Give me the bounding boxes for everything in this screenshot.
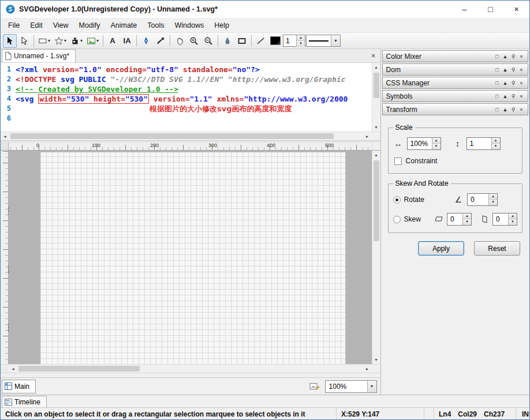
zoom-in-tool-button[interactable]: [187, 34, 201, 48]
line-tool-button[interactable]: [254, 34, 268, 48]
rotate-stepper[interactable]: 0 ▲▼: [467, 193, 498, 206]
reset-button[interactable]: Reset: [474, 241, 520, 256]
collapse-icon[interactable]: ▲: [501, 79, 509, 87]
close-panel-icon[interactable]: ×: [517, 79, 525, 87]
eyedropper-tool-button[interactable]: [154, 34, 167, 48]
code-line[interactable]: 2<!DOCTYPE svg PUBLIC "-//W3C//DTD SVG 1…: [1, 74, 380, 84]
scroll-up-icon[interactable]: ▲: [372, 151, 380, 159]
scale-x-stepper[interactable]: 100% ▲▼: [407, 137, 441, 150]
pin-icon[interactable]: ⚲: [509, 92, 517, 100]
menu-animate[interactable]: Animate: [105, 19, 142, 32]
menu-edit[interactable]: Edit: [25, 19, 48, 32]
hand-tool-button[interactable]: [173, 34, 186, 48]
zoom-level-dropdown[interactable]: 100% ▼: [325, 380, 377, 393]
collapse-icon[interactable]: ▲: [501, 92, 509, 100]
float-icon[interactable]: □: [493, 92, 501, 100]
panel-header-symbols[interactable]: Symbols □ ▲ ⚲ ×: [382, 90, 528, 102]
scale-y-value[interactable]: 1: [467, 140, 491, 148]
float-icon[interactable]: □: [493, 79, 501, 87]
scroll-thumb[interactable]: [10, 133, 334, 139]
stepper-up-icon[interactable]: ▲: [489, 194, 497, 200]
canvas-vertical-scrollbar[interactable]: ▲ ▼: [372, 151, 380, 364]
menu-tools[interactable]: Tools: [142, 19, 169, 32]
collapse-icon[interactable]: ▲: [501, 106, 509, 114]
float-icon[interactable]: □: [493, 66, 501, 74]
close-panel-icon[interactable]: ×: [517, 66, 525, 74]
scroll-track[interactable]: [372, 72, 380, 123]
code-line[interactable]: 3<!-- Created by SVGDeveloper 1.0 -->: [1, 84, 380, 94]
scroll-thumb[interactable]: [18, 366, 140, 372]
text-tool-button[interactable]: A: [106, 34, 120, 48]
zoom-level-value[interactable]: 100%: [326, 382, 367, 391]
app-icon[interactable]: [6, 5, 15, 14]
image-tool-button[interactable]: ▾: [85, 34, 100, 48]
menu-view[interactable]: View: [48, 19, 74, 32]
scale-y-stepper[interactable]: 1 ▲▼: [466, 137, 501, 150]
close-panel-icon[interactable]: ×: [517, 106, 525, 114]
stepper-down-icon[interactable]: ▼: [492, 144, 500, 149]
scroll-down-icon[interactable]: ▼: [372, 355, 380, 364]
select-tool-button[interactable]: [3, 34, 17, 48]
skew-radio[interactable]: [393, 216, 401, 223]
skew-y-stepper[interactable]: 0 ▲▼: [492, 213, 517, 226]
close-button[interactable]: ×: [503, 1, 529, 18]
constraint-checkbox[interactable]: [394, 158, 402, 165]
stroke-width-value[interactable]: 1: [283, 37, 296, 45]
float-icon[interactable]: □: [493, 52, 501, 61]
code-line[interactable]: 5根据图片的大小修改svg画布的高度和宽度: [1, 104, 380, 114]
stepper-down-icon[interactable]: ▼: [463, 219, 471, 225]
pin-icon[interactable]: ⚲: [509, 79, 517, 87]
code-line[interactable]: 6: [1, 114, 380, 123]
rectangle-tool-button[interactable]: ▾: [36, 34, 52, 48]
skew-x-stepper[interactable]: 0 ▲▼: [447, 213, 472, 226]
stepper-up-icon[interactable]: ▲: [297, 35, 305, 41]
star-tool-button[interactable]: ▾: [53, 34, 68, 48]
stroke-color-button[interactable]: [268, 34, 282, 48]
stroke-style-dropdown[interactable]: ▼: [306, 35, 341, 47]
fill-style-button[interactable]: [221, 34, 234, 48]
panel-header-css-manager[interactable]: CSS Manager □ ▲ ⚲ ×: [382, 77, 528, 89]
skew-x-value[interactable]: 0: [447, 215, 462, 223]
ink-bottle-tool-button[interactable]: ▾: [69, 34, 84, 48]
float-icon[interactable]: □: [493, 106, 501, 114]
scroll-up-icon[interactable]: ▲: [372, 63, 380, 72]
svg-artboard[interactable]: [40, 152, 346, 364]
design-canvas[interactable]: [9, 151, 372, 364]
rotate-radio[interactable]: [393, 196, 401, 204]
close-panel-icon[interactable]: ×: [517, 52, 525, 61]
scroll-right-icon[interactable]: ►: [363, 365, 372, 373]
close-panel-icon[interactable]: ×: [517, 92, 525, 100]
panel-header-transform[interactable]: Transform □ ▲ ⚲ ×: [382, 103, 528, 115]
code-horizontal-scrollbar[interactable]: ◄ ►: [1, 132, 380, 140]
minimize-button[interactable]: –: [451, 1, 477, 18]
code-vertical-scrollbar[interactable]: ▲ ▼: [372, 63, 380, 132]
pin-icon[interactable]: ⚲: [509, 52, 517, 61]
scroll-down-icon[interactable]: ▼: [372, 123, 380, 132]
scroll-right-icon[interactable]: ►: [363, 132, 372, 140]
stepper-down-icon[interactable]: ▼: [432, 144, 441, 149]
maximize-button[interactable]: □: [477, 1, 503, 18]
collapse-icon[interactable]: ▲: [501, 52, 509, 61]
stepper-up-icon[interactable]: ▲: [509, 213, 517, 219]
skew-y-value[interactable]: 0: [493, 215, 508, 223]
panel-header-color-mixer[interactable]: Color Mixer □ ▲ ⚲ ×: [382, 50, 528, 62]
code-line[interactable]: 1<?xml version="1.0" encoding="utf-8" st…: [1, 65, 380, 74]
stroke-style-button[interactable]: [235, 34, 249, 48]
menu-help[interactable]: Help: [209, 19, 234, 32]
scale-x-value[interactable]: 100%: [408, 140, 432, 148]
dropdown-arrow-icon[interactable]: ▼: [331, 35, 340, 46]
menu-modify[interactable]: Modify: [74, 19, 106, 32]
dropdown-arrow-icon[interactable]: ▼: [367, 381, 376, 392]
pen-tool-button[interactable]: [139, 34, 153, 48]
zoom-out-tool-button[interactable]: [201, 34, 215, 48]
edit-text-tool-button[interactable]: IA: [120, 34, 134, 48]
tab-close-button[interactable]: ×: [369, 51, 378, 61]
code-editor[interactable]: 1<?xml version="1.0" encoding="utf-8" st…: [1, 63, 380, 132]
code-line[interactable]: 4<svg width="530" height="530" version="…: [1, 94, 380, 104]
stepper-up-icon[interactable]: ▲: [432, 138, 441, 144]
stepper-down-icon[interactable]: ▼: [297, 41, 305, 47]
stroke-width-stepper[interactable]: 1 ▲▼: [283, 35, 305, 47]
direct-select-tool-button[interactable]: [17, 34, 31, 48]
scroll-thumb[interactable]: [374, 73, 379, 98]
stepper-down-icon[interactable]: ▼: [489, 200, 497, 205]
